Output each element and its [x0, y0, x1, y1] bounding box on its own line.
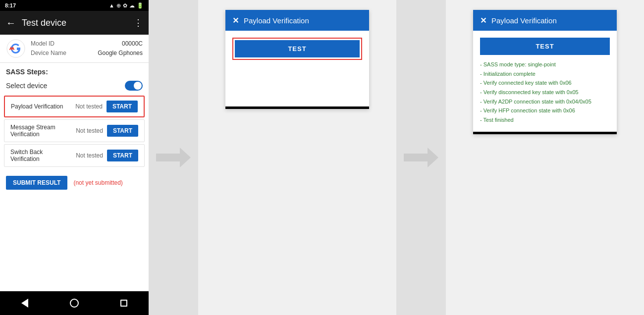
signal-icon: ⊕: [116, 2, 121, 9]
payload-verification-item: Payload Verification Not tested START: [4, 96, 145, 117]
message-stream-start-button[interactable]: START: [107, 125, 138, 137]
phone-panel: 8:17 ▲ ⊕ ✿ ☁ 🔋 ← Test device ⋮: [0, 0, 149, 315]
arrow-1: [149, 0, 198, 315]
select-device-toggle[interactable]: [125, 81, 143, 91]
cloud-icon: ☁: [129, 2, 135, 9]
dialog-panel-2: ✕ Payload Verification TEST - SASS mode …: [473, 10, 617, 134]
dialog-title-1: Payload Verification: [244, 16, 362, 25]
svg-point-0: [7, 40, 25, 57]
submit-result-button[interactable]: SUBMIT RESULT: [6, 176, 67, 190]
switch-back-status: Not tested: [76, 152, 103, 159]
dialog-body-2: TEST - SASS mode type: single-point- Ini…: [473, 31, 617, 132]
back-nav-button[interactable]: [17, 296, 32, 311]
model-label: Model ID: [31, 39, 54, 49]
recents-nav-icon: [120, 300, 127, 307]
home-nav-icon: [70, 299, 79, 308]
wifi-icon: ▲: [109, 2, 114, 8]
log-line: - Verify disconnected key state with 0x0…: [480, 88, 610, 97]
payload-verification-start-button[interactable]: START: [107, 101, 138, 112]
toggle-knob: [134, 82, 142, 90]
arrow-2: [396, 0, 446, 315]
dialog-bottom-bar-2: [473, 132, 617, 134]
arrow-head-1: [180, 148, 191, 167]
dialog-bottom-bar-1: [225, 106, 369, 109]
arrow-shape-2: [404, 148, 438, 167]
settings-icon: ✿: [123, 2, 127, 9]
log-line: - Verify connected key state with 0x06: [480, 78, 610, 88]
app-bar: ← Test device ⋮: [0, 11, 149, 35]
status-bar: 8:17 ▲ ⊕ ✿ ☁ 🔋: [0, 0, 149, 11]
app-title: Test device: [22, 18, 134, 28]
arrow-head-2: [428, 148, 438, 167]
test-button-1[interactable]: TEST: [235, 40, 360, 57]
log-line: - Verify A2DP connection state with 0x04…: [480, 97, 610, 106]
device-name-label: Device Name: [31, 49, 66, 58]
message-stream-item: Message StreamVerification Not tested ST…: [4, 119, 145, 142]
log-line: - Verify HFP connection state with 0x06: [480, 106, 610, 115]
result-log: - SASS mode type: single-point- Initiali…: [480, 60, 610, 125]
home-nav-button[interactable]: [67, 296, 82, 311]
switch-back-start-button[interactable]: START: [107, 150, 138, 161]
arrow-shape-1: [156, 148, 191, 167]
menu-button[interactable]: ⋮: [134, 17, 143, 28]
dialog-header-1: ✕ Payload Verification: [225, 10, 369, 31]
select-device-label: Select device: [6, 82, 47, 90]
arrow-body-1: [156, 154, 181, 161]
time-display: 8:17: [5, 2, 16, 8]
dialog-close-1[interactable]: ✕: [232, 16, 239, 25]
arrow-body-2: [404, 154, 429, 161]
model-value: 00000C: [122, 39, 143, 49]
message-stream-status: Not tested: [76, 127, 103, 134]
nav-bar: [0, 291, 149, 315]
not-submitted-label: (not yet submitted): [73, 179, 122, 186]
svg-rect-1: [17, 48, 20, 49]
dialog-wrapper-2: ✕ Payload Verification TEST - SASS mode …: [446, 0, 644, 315]
test-button-wrapper-1: TEST: [232, 38, 362, 60]
dialog-header-2: ✕ Payload Verification: [473, 10, 617, 31]
payload-verification-status: Not tested: [75, 103, 103, 110]
status-icons: ▲ ⊕ ✿ ☁ 🔋: [109, 2, 144, 9]
back-button[interactable]: ←: [6, 17, 16, 29]
sass-steps-label: SASS Steps:: [0, 63, 149, 78]
battery-icon: 🔋: [137, 2, 144, 9]
payload-verification-name: Payload Verification: [11, 103, 71, 110]
device-details: Model ID 00000C Device Name Google Gphon…: [31, 39, 143, 58]
device-logo: [6, 39, 26, 58]
dialog-title-2: Payload Verification: [491, 16, 610, 25]
submit-row: SUBMIT RESULT (not yet submitted): [0, 170, 149, 196]
device-info: Model ID 00000C Device Name Google Gphon…: [0, 35, 149, 63]
switch-back-item: Switch Back Verification Not tested STAR…: [4, 144, 145, 167]
test-button-2[interactable]: TEST: [480, 38, 610, 55]
message-stream-name: Message StreamVerification: [10, 124, 72, 138]
back-nav-icon: [21, 299, 28, 308]
log-line: - SASS mode type: single-point: [480, 60, 610, 69]
log-line: - Test finished: [480, 115, 610, 125]
switch-back-name: Switch Back Verification: [10, 149, 72, 162]
dialog-wrapper-1: ✕ Payload Verification TEST: [198, 0, 396, 315]
test-button-wrapper-2: TEST: [480, 38, 610, 55]
select-device-row: Select device: [0, 78, 149, 95]
dialog-close-2[interactable]: ✕: [480, 16, 486, 25]
device-name-row: Device Name Google Gphones: [31, 49, 143, 58]
phone-content: Model ID 00000C Device Name Google Gphon…: [0, 35, 149, 291]
device-name-value: Google Gphones: [98, 49, 143, 58]
model-row: Model ID 00000C: [31, 39, 143, 49]
dialog-body-1: TEST: [225, 31, 369, 106]
dialog-panel-1: ✕ Payload Verification TEST: [225, 10, 369, 109]
log-line: - Initialization complete: [480, 69, 610, 79]
recents-nav-button[interactable]: [116, 296, 131, 311]
